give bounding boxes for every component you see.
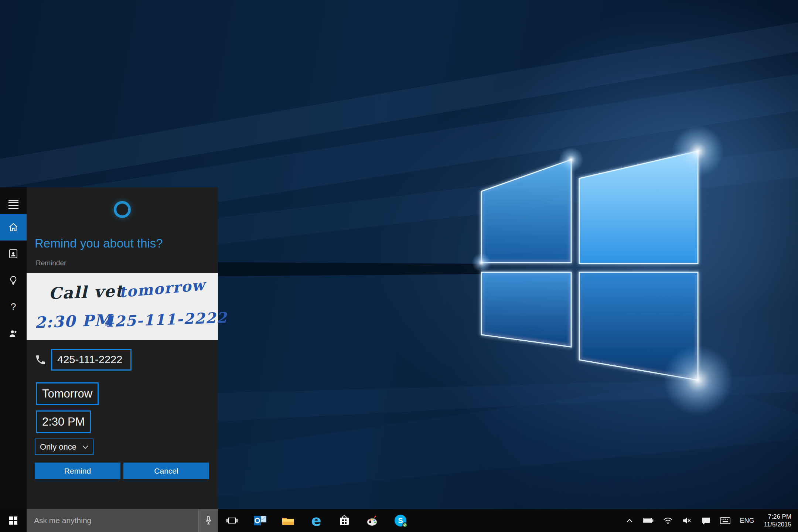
windows-logo-icon — [9, 516, 18, 525]
reminder-time-field[interactable]: 2:30 PM — [36, 410, 91, 433]
microphone-icon — [204, 516, 213, 525]
reminder-date-field[interactable]: Tomorrow — [36, 382, 99, 405]
phone-icon — [35, 354, 47, 366]
network-status-button[interactable] — [663, 517, 673, 524]
action-center-icon — [702, 517, 710, 525]
help-icon: ? — [10, 301, 16, 313]
language-indicator[interactable]: ENG — [740, 517, 754, 525]
clock[interactable]: 7:26 PM 11/5/2015 — [764, 513, 791, 528]
phone-row: 425-111-2222 — [35, 349, 218, 371]
paint-icon — [366, 515, 378, 526]
cortana-search-box — [27, 509, 218, 532]
clock-date: 11/5/2015 — [764, 521, 791, 528]
reminder-category-label: Reminder — [36, 259, 218, 267]
cortana-sidebar: ? — [0, 187, 27, 509]
taskbar-spacer — [415, 509, 625, 532]
folder-icon — [282, 515, 294, 526]
speaker-muted-icon — [682, 517, 692, 524]
sidebar-item-home[interactable] — [0, 214, 27, 241]
battery-status-button[interactable] — [643, 518, 654, 524]
reminder-prompt-title: Remind you about this? — [35, 236, 218, 250]
volume-button[interactable] — [682, 517, 692, 524]
store-button[interactable] — [330, 509, 358, 532]
recurrence-dropdown[interactable]: Only once — [35, 439, 93, 455]
recurrence-value: Only once — [40, 442, 76, 452]
cortana-logo-icon — [114, 201, 131, 218]
task-view-button[interactable] — [218, 509, 246, 532]
sidebar-item-notebook[interactable] — [0, 241, 27, 267]
chevron-up-icon — [625, 518, 634, 524]
ink-text-tomorrow: tomorrow — [118, 276, 206, 301]
menu-bars — [8, 200, 18, 201]
chevron-down-icon — [82, 445, 88, 449]
remind-button[interactable]: Remind — [35, 463, 120, 479]
task-view-icon — [226, 515, 238, 526]
ink-text-call-vet: Call vet — [48, 281, 124, 303]
handwritten-note-card: Call vet tomorrow 2:30 PM 425-111-2222 — [27, 273, 218, 340]
cancel-button[interactable]: Cancel — [123, 463, 209, 479]
show-hidden-icons-button[interactable] — [625, 518, 634, 524]
reminder-actions: Remind Cancel — [35, 463, 209, 479]
menu-icon[interactable] — [0, 187, 27, 214]
edge-button[interactable]: e — [302, 509, 330, 532]
skype-online-badge: ✓ — [402, 522, 407, 528]
file-explorer-button[interactable] — [274, 509, 302, 532]
feedback-person-icon — [8, 328, 18, 339]
skype-icon: S ✓ — [395, 515, 406, 526]
taskbar: e — [0, 509, 798, 532]
sidebar-item-feedback[interactable] — [0, 320, 27, 347]
search-input[interactable] — [27, 516, 198, 525]
clock-time: 7:26 PM — [764, 513, 791, 521]
sidebar-item-reminders[interactable] — [0, 267, 27, 294]
paint-button[interactable] — [358, 509, 386, 532]
skype-button[interactable]: S ✓ — [386, 509, 415, 532]
outlook-icon — [253, 515, 267, 526]
ink-text-phone: 425-111-2222 — [103, 308, 228, 330]
store-icon — [339, 515, 350, 526]
battery-icon — [643, 518, 654, 524]
outlook-button[interactable] — [246, 509, 274, 532]
keyboard-icon — [720, 517, 730, 524]
phone-number-field[interactable]: 425-111-2222 — [51, 349, 132, 371]
edge-icon: e — [311, 512, 321, 529]
ink-text-time: 2:30 PM — [34, 311, 112, 331]
wifi-icon — [663, 517, 673, 524]
notebook-icon — [8, 249, 18, 259]
lightbulb-icon — [8, 275, 18, 286]
sidebar-item-help[interactable]: ? — [0, 294, 27, 320]
start-button[interactable] — [0, 509, 27, 532]
home-icon — [8, 222, 18, 232]
cortana-reminder-panel: Remind you about this? Reminder Call vet… — [27, 187, 218, 509]
desktop: ? Remind you about this? Reminder Call v… — [0, 0, 798, 532]
system-tray: ENG 7:26 PM 11/5/2015 — [625, 509, 798, 532]
pinned-apps: e — [218, 509, 415, 532]
touch-keyboard-button[interactable] — [720, 517, 730, 524]
action-center-button[interactable] — [702, 517, 710, 525]
microphone-button[interactable] — [198, 509, 218, 532]
